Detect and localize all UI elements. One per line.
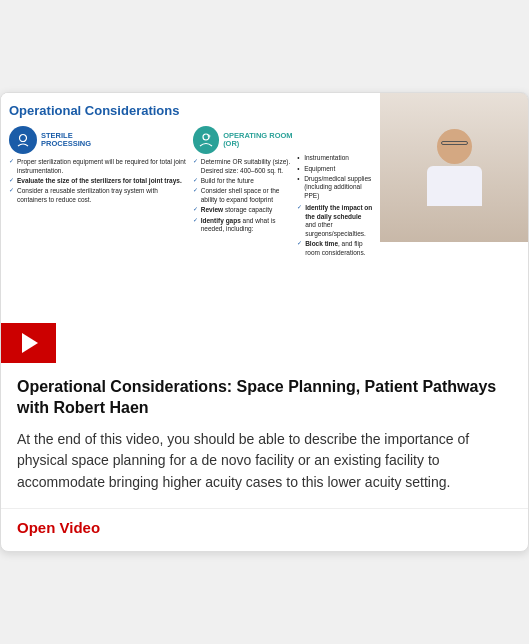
open-video-link[interactable]: Open Video bbox=[17, 519, 100, 536]
or-bullet-4: Review storage capacity bbox=[193, 206, 293, 214]
sterile-processing-header: STERILE PROCESSING bbox=[9, 126, 189, 154]
or-check-2: Block time, and flip room considerations… bbox=[297, 240, 372, 257]
slide-columns: STERILE PROCESSING Proper sterilization … bbox=[9, 126, 372, 259]
video-description: At the end of this video, you should be … bbox=[17, 429, 512, 494]
or-dot-3: Drugs/medical supplies (including additi… bbox=[297, 175, 372, 200]
slide-title: Operational Considerations bbox=[9, 103, 372, 118]
or-side: Instrumentation Equipment Drugs/medical … bbox=[297, 126, 372, 259]
or-bullet-list: Determine OR suitability (size). Desired… bbox=[193, 158, 293, 234]
svg-point-2 bbox=[207, 135, 210, 138]
or-col: OPERATING ROOM (OR) Determine OR suitabi… bbox=[193, 126, 373, 259]
sterile-bullet-1: Proper sterilization equipment will be r… bbox=[9, 158, 189, 175]
sterile-processing-col: STERILE PROCESSING Proper sterilization … bbox=[9, 126, 189, 259]
person-placeholder bbox=[380, 93, 528, 242]
or-dot-list: Instrumentation Equipment Drugs/medical … bbox=[297, 154, 372, 200]
video-card: Operational Considerations STERILE PROCE… bbox=[0, 92, 529, 552]
or-label: OPERATING ROOM (OR) bbox=[223, 132, 293, 149]
or-icon bbox=[193, 126, 219, 154]
or-bullet-1: Determine OR suitability (size). Desired… bbox=[193, 158, 293, 175]
sterile-processing-icon bbox=[9, 126, 37, 154]
or-header: OPERATING ROOM (OR) bbox=[193, 126, 293, 154]
video-title: Operational Considerations: Space Planni… bbox=[17, 377, 512, 419]
play-button-container bbox=[1, 323, 380, 363]
or-check-1: Identify the impact on the daily schedul… bbox=[297, 204, 372, 238]
sterile-processing-list: Proper sterilization equipment will be r… bbox=[9, 158, 189, 204]
svg-point-0 bbox=[20, 135, 27, 142]
card-body: Operational Considerations: Space Planni… bbox=[1, 363, 528, 494]
card-footer: Open Video bbox=[1, 508, 528, 551]
person-glasses bbox=[441, 141, 468, 145]
or-main: OPERATING ROOM (OR) Determine OR suitabi… bbox=[193, 126, 293, 259]
thumbnail: Operational Considerations STERILE PROCE… bbox=[1, 93, 528, 363]
sterile-processing-label: STERILE PROCESSING bbox=[41, 132, 111, 149]
or-dot-1: Instrumentation bbox=[297, 154, 372, 162]
or-bullet-3: Consider shell space or the ability to e… bbox=[193, 187, 293, 204]
or-bullet-5: Identify gaps and what is needed, includ… bbox=[193, 217, 293, 234]
play-button[interactable] bbox=[1, 323, 56, 363]
sterile-bullet-2: Evaluate the size of the sterilizers for… bbox=[9, 177, 189, 185]
or-bullet-2: Build for the future bbox=[193, 177, 293, 185]
person-head bbox=[437, 129, 472, 164]
play-triangle-icon bbox=[22, 333, 38, 353]
person-image bbox=[380, 93, 528, 242]
or-dot-2: Equipment bbox=[297, 165, 372, 173]
sterile-bullet-3: Consider a reusable sterilization tray s… bbox=[9, 187, 189, 204]
or-check-list: Identify the impact on the daily schedul… bbox=[297, 204, 372, 257]
person-body bbox=[427, 166, 482, 206]
